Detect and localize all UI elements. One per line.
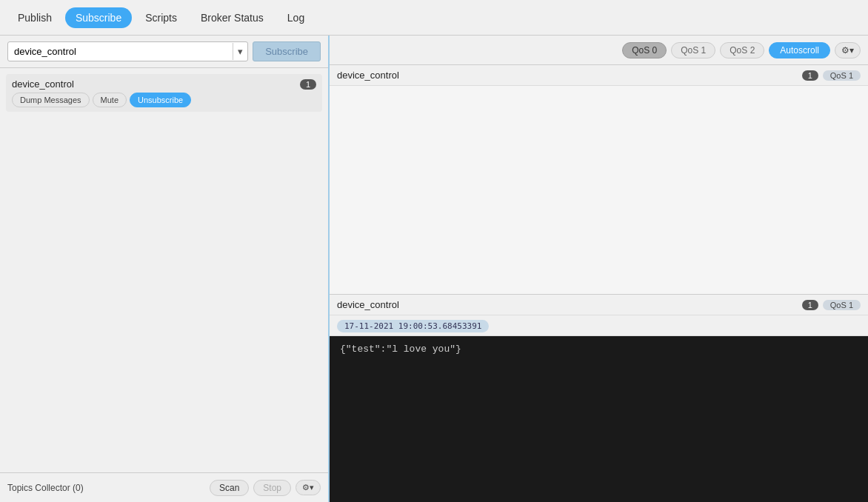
right-panel: QoS 0 QoS 1 QoS 2 Autoscroll ⚙▾ device_c… (330, 36, 868, 502)
subscription-count-badge: 1 (300, 79, 316, 90)
main-layout: ▾ Subscribe device_control 1 Dump Messag… (0, 36, 868, 502)
list-item: device_control 1 Dump Messages Mute Unsu… (6, 74, 322, 112)
subscription-item-header: device_control 1 (12, 78, 316, 90)
bottom-msg-topic: device_control (337, 299, 399, 310)
tab-subscribe[interactable]: Subscribe (65, 7, 132, 28)
mute-button[interactable]: Mute (93, 93, 127, 107)
subscription-topic-name: device_control (12, 78, 74, 90)
topic-dropdown-button[interactable]: ▾ (233, 43, 247, 60)
tab-log[interactable]: Log (277, 7, 315, 28)
top-msg-topic: device_control (337, 70, 399, 81)
top-msg-count: 1 (802, 70, 818, 81)
qos0-button[interactable]: QoS 0 (622, 42, 667, 58)
subscription-item-actions: Dump Messages Mute Unsubscribe (12, 93, 316, 107)
bottom-msg-qos: QoS 1 (823, 300, 861, 310)
qos2-button[interactable]: QoS 2 (720, 42, 764, 58)
nav-bar: Publish Subscribe Scripts Broker Status … (0, 0, 868, 36)
scan-button[interactable]: Scan (210, 480, 249, 496)
top-msg-qos: QoS 1 (823, 70, 861, 81)
tab-broker-status[interactable]: Broker Status (190, 7, 274, 28)
topic-input-wrap: ▾ (7, 41, 248, 61)
timestamp-row: 17-11-2021 19:00:53.68453391 (330, 315, 868, 336)
unsubscribe-button[interactable]: Unsubscribe (130, 93, 191, 107)
qos-bar: QoS 0 QoS 1 QoS 2 Autoscroll ⚙▾ (330, 36, 868, 65)
settings-button[interactable]: ⚙▾ (835, 42, 861, 58)
top-msg-header: device_control 1 QoS 1 (330, 65, 868, 86)
topic-input[interactable] (8, 42, 233, 61)
autoscroll-button[interactable]: Autoscroll (769, 42, 830, 58)
message-body: {"test":"l love you"} (330, 336, 868, 502)
subscribe-button[interactable]: Subscribe (253, 41, 321, 61)
tab-scripts[interactable]: Scripts (135, 7, 187, 28)
right-bottom-panel: device_control 1 QoS 1 17-11-2021 19:00:… (330, 295, 868, 502)
topics-collector-label: Topics Collector (0) (7, 483, 205, 493)
right-top-panel: device_control 1 QoS 1 (330, 65, 868, 295)
dump-messages-button[interactable]: Dump Messages (12, 93, 90, 107)
gear-icon: ⚙ (841, 45, 849, 56)
bottom-msg-count: 1 (802, 300, 818, 310)
stop-button[interactable]: Stop (253, 480, 291, 496)
gear-icon: ⚙ (302, 483, 310, 492)
message-timestamp: 17-11-2021 19:00:53.68453391 (337, 320, 489, 332)
topics-collector: Topics Collector (0) Scan Stop ⚙▾ (0, 472, 328, 502)
bottom-msg-header: device_control 1 QoS 1 (330, 295, 868, 315)
subscribe-bar: ▾ Subscribe (0, 36, 328, 68)
tab-publish[interactable]: Publish (7, 7, 62, 28)
qos1-button[interactable]: QoS 1 (671, 42, 715, 58)
left-panel: ▾ Subscribe device_control 1 Dump Messag… (0, 36, 330, 502)
topics-settings-button[interactable]: ⚙▾ (296, 480, 321, 495)
subscription-list: device_control 1 Dump Messages Mute Unsu… (0, 68, 328, 472)
